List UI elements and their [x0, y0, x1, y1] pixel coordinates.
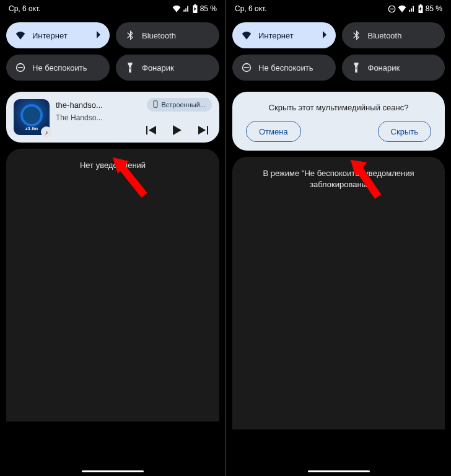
dnd-icon	[15, 63, 26, 73]
battery-icon	[418, 4, 424, 13]
flashlight-icon	[125, 63, 136, 73]
status-bar: Ср, 6 окт. 85 %	[226, 0, 451, 17]
dnd-icon	[241, 63, 252, 73]
media-artist: The Handso...	[56, 113, 212, 122]
media-card[interactable]: z1.fm ♪ the-handso... The Handso... Встр…	[6, 92, 219, 143]
battery-icon	[192, 4, 198, 13]
dnd-blocked-text: В режиме "Не беспокоить" уведомления заб…	[232, 168, 445, 190]
qs-bluetooth[interactable]: Bluetooth	[342, 22, 445, 48]
qs-label: Не беспокоить	[258, 63, 327, 73]
qs-internet[interactable]: Интернет	[6, 22, 110, 48]
music-note-icon: ♪	[41, 126, 52, 138]
quick-settings: Интернет Bluetooth Не беспокоить	[226, 17, 451, 92]
status-bar: Ср, 6 окт. 85 %	[0, 0, 226, 17]
svg-rect-2	[154, 101, 157, 108]
qs-label: Интернет	[258, 31, 316, 40]
status-date: Ср, 6 окт.	[9, 4, 41, 13]
album-source: z1.fm	[25, 126, 38, 135]
home-indicator[interactable]	[82, 470, 144, 472]
svg-rect-4	[390, 8, 394, 9]
signal-icon	[183, 5, 190, 12]
wifi-icon	[172, 5, 181, 12]
hide-media-dialog: Скрыть этот мультимедийный сеанс? Отмена…	[232, 92, 445, 151]
screen-left: Ср, 6 окт. 85 % Интернет	[0, 0, 226, 476]
screen-right: Ср, 6 окт. 85 % Интернет	[226, 0, 451, 476]
quick-settings: Интернет Bluetooth Не беспокоить	[0, 17, 226, 92]
output-chip[interactable]: Встроенный...	[147, 98, 212, 112]
qs-label: Фонарик	[142, 63, 211, 73]
notification-shade[interactable]: Нет уведомлений	[6, 149, 219, 421]
bluetooth-icon	[351, 30, 362, 40]
notification-shade[interactable]: В режиме "Не беспокоить" уведомления заб…	[232, 157, 445, 430]
qs-label: Bluetooth	[368, 31, 437, 40]
album-art: z1.fm ♪	[14, 99, 50, 135]
status-right: 85 %	[388, 4, 442, 13]
battery-percent: 85 %	[200, 4, 217, 13]
status-date: Ср, 6 окт.	[235, 4, 267, 13]
next-button[interactable]	[197, 124, 209, 136]
qs-dnd[interactable]: Не беспокоить	[6, 55, 110, 81]
home-indicator[interactable]	[308, 470, 370, 472]
flashlight-icon	[351, 63, 362, 73]
dialog-text: Скрыть этот мультимедийный сеанс?	[242, 103, 435, 112]
qs-label: Не беспокоить	[32, 63, 101, 73]
qs-label: Интернет	[32, 31, 90, 40]
qs-internet[interactable]: Интернет	[232, 22, 336, 48]
qs-label: Bluetooth	[142, 31, 211, 40]
dnd-status-icon	[388, 5, 396, 13]
bluetooth-icon	[125, 30, 136, 40]
wifi-icon	[241, 31, 252, 40]
signal-icon	[408, 5, 416, 12]
prev-button[interactable]	[145, 124, 157, 136]
no-notifications-text: Нет уведомлений	[6, 160, 219, 171]
output-label: Встроенный...	[161, 101, 206, 108]
qs-dnd[interactable]: Не беспокоить	[232, 55, 336, 81]
phone-icon	[153, 100, 158, 109]
chevron-right-icon	[96, 31, 101, 40]
svg-rect-1	[18, 67, 23, 68]
cancel-button[interactable]: Отмена	[246, 121, 301, 142]
qs-flashlight[interactable]: Фонарик	[116, 55, 219, 81]
qs-flashlight[interactable]: Фонарик	[342, 55, 445, 81]
wifi-icon	[15, 31, 26, 40]
qs-label: Фонарик	[368, 63, 437, 73]
svg-rect-6	[244, 67, 249, 68]
status-right: 85 %	[172, 4, 217, 13]
battery-percent: 85 %	[426, 4, 442, 13]
hide-button[interactable]: Скрыть	[378, 121, 431, 142]
play-button[interactable]	[171, 124, 183, 136]
chevron-right-icon	[322, 31, 327, 40]
qs-bluetooth[interactable]: Bluetooth	[116, 22, 219, 48]
wifi-icon	[398, 5, 406, 12]
